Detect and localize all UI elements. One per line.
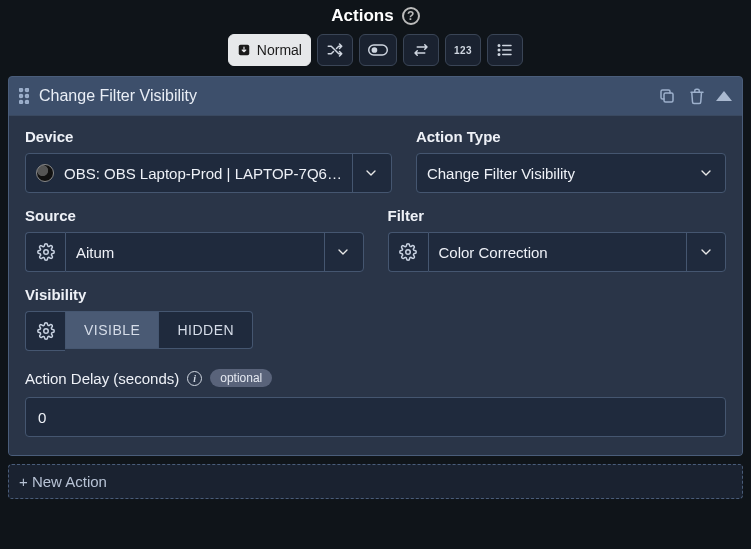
chevron-down-icon [686, 154, 724, 192]
delete-button[interactable] [686, 85, 708, 107]
numeric-icon: 123 [454, 45, 472, 56]
source-select[interactable]: Aitum [65, 232, 364, 272]
svg-point-10 [26, 89, 29, 92]
mode-normal-button[interactable]: Normal [228, 34, 311, 66]
action-card-body: Device OBS: OBS Laptop-Prod | LAPTOP-7Q6… [9, 115, 742, 455]
action-card-actions [656, 85, 732, 107]
visibility-visible-button[interactable]: VISIBLE [65, 311, 159, 349]
svg-point-14 [26, 101, 29, 104]
svg-point-11 [20, 95, 23, 98]
mode-shuffle-button[interactable] [317, 34, 353, 66]
list-icon [496, 41, 514, 59]
mode-normal-label: Normal [257, 42, 302, 58]
svg-point-8 [498, 54, 500, 56]
filter-settings-button[interactable] [388, 232, 428, 272]
action-card-title: Change Filter Visibility [39, 87, 646, 105]
arrow-down-box-icon [237, 43, 251, 57]
gear-icon [37, 322, 55, 340]
shuffle-icon [326, 41, 344, 59]
action-card: Change Filter Visibility Device OBS: OBS… [8, 76, 743, 456]
help-icon[interactable]: ? [402, 7, 420, 25]
svg-point-13 [20, 101, 23, 104]
collapse-toggle[interactable] [716, 91, 732, 101]
svg-point-2 [372, 47, 378, 53]
mode-toggle-button[interactable] [359, 34, 397, 66]
panel-title: Actions [331, 6, 393, 26]
action-type-select[interactable]: Change Filter Visibility [416, 153, 726, 193]
duplicate-button[interactable] [656, 85, 678, 107]
svg-point-9 [20, 89, 23, 92]
svg-rect-1 [369, 45, 388, 55]
svg-point-16 [43, 250, 48, 255]
mode-list-button[interactable] [487, 34, 523, 66]
drag-handle-icon[interactable] [19, 88, 29, 104]
source-label: Source [25, 207, 364, 224]
svg-point-12 [26, 95, 29, 98]
filter-value: Color Correction [439, 244, 677, 261]
chevron-down-icon [352, 154, 390, 192]
action-type-label: Action Type [416, 128, 726, 145]
toggle-icon [368, 42, 388, 58]
action-mode-toolbar: Normal 123 [0, 34, 751, 76]
optional-badge: optional [210, 369, 272, 387]
filter-label: Filter [388, 207, 727, 224]
panel-header: Actions ? [0, 0, 751, 34]
visibility-label: Visibility [25, 286, 364, 303]
action-delay-label: Action Delay (seconds) [25, 370, 179, 387]
action-type-value: Change Filter Visibility [427, 165, 676, 182]
action-card-header: Change Filter Visibility [9, 77, 742, 115]
visibility-settings-button[interactable] [25, 311, 65, 351]
chevron-down-icon [324, 233, 362, 271]
visibility-segmented: VISIBLE HIDDEN [65, 311, 253, 351]
obs-icon [36, 164, 54, 182]
gear-icon [37, 243, 55, 261]
device-label: Device [25, 128, 392, 145]
visibility-hidden-button[interactable]: HIDDEN [159, 311, 253, 349]
info-icon[interactable]: i [187, 371, 202, 386]
swap-icon [412, 41, 430, 59]
trash-icon [688, 87, 706, 105]
svg-point-7 [498, 49, 500, 51]
gear-icon [399, 243, 417, 261]
copy-icon [658, 87, 676, 105]
source-value: Aitum [76, 244, 314, 261]
svg-rect-15 [664, 93, 673, 102]
svg-point-18 [43, 329, 48, 334]
mode-swap-button[interactable] [403, 34, 439, 66]
chevron-down-icon [686, 233, 724, 271]
source-settings-button[interactable] [25, 232, 65, 272]
new-action-button[interactable]: + New Action [8, 464, 743, 499]
svg-point-6 [498, 45, 500, 47]
filter-select[interactable]: Color Correction [428, 232, 727, 272]
device-select[interactable]: OBS: OBS Laptop-Prod | LAPTOP-7Q6… [25, 153, 392, 193]
device-value: OBS: OBS Laptop-Prod | LAPTOP-7Q6… [64, 165, 342, 182]
action-delay-input[interactable] [25, 397, 726, 437]
svg-point-17 [406, 250, 411, 255]
mode-numeric-button[interactable]: 123 [445, 34, 481, 66]
